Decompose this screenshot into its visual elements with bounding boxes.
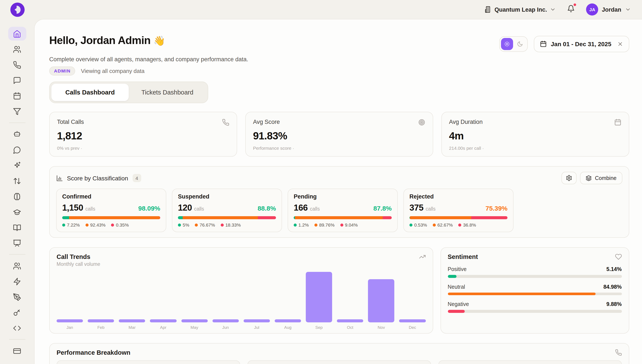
sidebar-item-graduation-cap[interactable]: [8, 205, 26, 219]
sidebar-item-filter[interactable]: [8, 104, 26, 118]
sentiment-label: Neutral: [448, 284, 465, 290]
zap-icon: [13, 277, 21, 286]
legend-label: 0.35%: [116, 222, 129, 228]
sidebar-item-users[interactable]: [8, 259, 26, 273]
bar-segment-orange: [295, 216, 383, 219]
light-mode-button[interactable]: [501, 38, 513, 50]
chart-subtitle: Monthly call volume: [57, 262, 100, 267]
user-menu[interactable]: JA Jordan: [586, 4, 631, 16]
sentiment-row-neutral: Neutral84.98%: [448, 284, 622, 295]
page-title: Hello, Jordan Admin 👋: [49, 34, 165, 47]
performance-card-avg-score: Avg Score: [438, 360, 622, 364]
sidebar-item-message-square[interactable]: [8, 73, 26, 87]
x-tick-label: Nov: [368, 325, 395, 330]
users-icon: [13, 45, 21, 53]
bar-dec[interactable]: [399, 319, 426, 322]
sidebar-item-arrow-up-down[interactable]: [8, 174, 26, 188]
stacked-bar: [62, 216, 160, 219]
sidebar-item-code[interactable]: [8, 321, 26, 335]
sidebar-item-message-circle[interactable]: [8, 143, 26, 157]
bar-column-jul: [244, 319, 270, 322]
legend-dot: [221, 223, 224, 226]
heart-icon: [615, 253, 622, 260]
classification-value-row: 166calls87.8%: [294, 203, 392, 213]
stat-title: Avg Duration: [449, 119, 483, 125]
sidebar-item-bot[interactable]: [8, 127, 26, 141]
sidebar-item-pen-tool[interactable]: [8, 290, 26, 304]
legend-item: 18.33%: [221, 222, 241, 228]
call-trends-card: Call Trends Monthly call volume JanFebMa…: [49, 247, 433, 334]
calendar-icon: [13, 92, 21, 100]
graduation-cap-icon: [13, 208, 21, 216]
calls-count: 375: [409, 203, 424, 213]
sidebar-item-zap[interactable]: [8, 274, 26, 288]
classification-name: Suspended: [178, 193, 276, 200]
message-circle-icon: [13, 146, 21, 154]
bar-mar[interactable]: [119, 319, 145, 322]
bar-sep[interactable]: [306, 272, 332, 322]
code-icon: [13, 324, 21, 332]
gear-icon: [566, 175, 572, 181]
dashboard-tabs: Calls Dashboard Tickets Dashboard: [49, 82, 208, 103]
sidebar-item-presentation[interactable]: [8, 236, 26, 250]
company-selector[interactable]: Quantum Leap Inc.: [485, 6, 556, 13]
legend-label: 0.53%: [414, 222, 427, 228]
notifications-button[interactable]: [566, 4, 576, 15]
sentiment-row-positive: Positive5.14%: [448, 266, 622, 278]
sentiment-rows: Positive5.14%Neutral84.98%Negative9.88%: [448, 266, 622, 313]
legend-label: 76.67%: [200, 222, 215, 228]
bar-segment-red: [383, 216, 392, 219]
sidebar-item-users[interactable]: [8, 42, 26, 56]
bar-apr[interactable]: [150, 319, 176, 322]
bar-may[interactable]: [181, 319, 207, 322]
layers-icon: [586, 175, 592, 181]
bar-jan[interactable]: [57, 319, 83, 322]
book-open-icon: [13, 223, 21, 232]
stat-title: Total Calls: [57, 119, 84, 125]
brand-logo[interactable]: [10, 2, 25, 16]
sidebar-item-calendar[interactable]: [8, 89, 26, 103]
tab-tickets-dashboard[interactable]: Tickets Dashboard: [129, 84, 206, 101]
bar-nov[interactable]: [368, 279, 395, 322]
bar-aug[interactable]: [275, 319, 301, 322]
legend-dot: [62, 223, 65, 226]
tab-calls-dashboard[interactable]: Calls Dashboard: [51, 84, 129, 101]
message-square-icon: [13, 76, 21, 84]
stat-footnote: 0% vs prev ·: [57, 146, 229, 150]
sidebar-item-key[interactable]: [8, 306, 26, 319]
bar-jun[interactable]: [212, 319, 239, 322]
stat-card-total-calls: Total Calls 1,812 0% vs prev ·: [49, 112, 237, 157]
dark-mode-button[interactable]: [514, 38, 526, 50]
bar-feb[interactable]: [88, 319, 114, 322]
combine-button[interactable]: Combine: [580, 172, 622, 184]
x-tick-label: Jun: [212, 325, 239, 330]
classification-name: Pending: [294, 193, 392, 200]
date-range-picker[interactable]: Jan 01 - Dec 31, 2025: [534, 36, 629, 52]
avatar: JA: [586, 4, 598, 16]
clear-date-button[interactable]: [617, 41, 623, 47]
bar-column-feb: [88, 319, 114, 322]
bar-jul[interactable]: [244, 319, 270, 322]
x-tick-label: Mar: [119, 325, 145, 330]
bar-legend: 0.53%62.67%36.8%: [409, 222, 507, 228]
classification-cards: Confirmed1,150calls98.09%7.22%92.43%0.35…: [56, 188, 622, 232]
stat-card-avg-duration: Avg Duration 4m 214.00s per call ·: [441, 112, 629, 157]
stacked-bar: [409, 216, 507, 219]
settings-button[interactable]: [562, 172, 577, 184]
bar-oct[interactable]: [337, 319, 363, 322]
sidebar-item-brain[interactable]: [8, 190, 26, 203]
sidebar-item-credit-card[interactable]: [8, 344, 26, 358]
sidebar-item-phone[interactable]: [8, 58, 26, 72]
calls-count: 166: [294, 203, 308, 213]
legend-dot: [294, 223, 297, 226]
bar-column-aug: [275, 319, 301, 322]
sidebar-item-book-open[interactable]: [8, 220, 26, 234]
sidebar-item-home[interactable]: [8, 27, 26, 40]
bar-column-sep: [306, 272, 332, 322]
legend-dot: [458, 223, 461, 226]
classification-value-row: 375calls75.39%: [409, 203, 507, 213]
sentiment-title: Sentiment: [448, 253, 478, 260]
classification-name: Rejected: [409, 193, 507, 200]
legend-dot: [314, 223, 317, 226]
sidebar-item-sparkles[interactable]: [8, 158, 26, 172]
